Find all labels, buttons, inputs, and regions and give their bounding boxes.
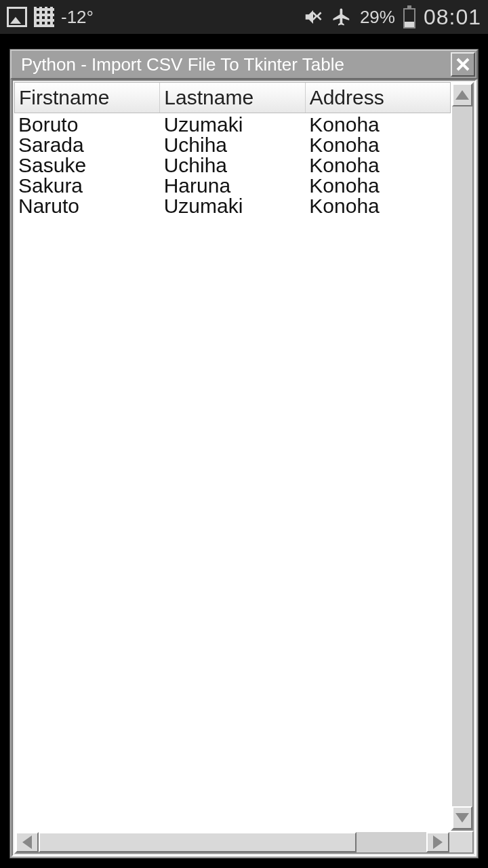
airplane-mode-icon (331, 7, 352, 27)
table-header-row: Firstname Lastname Address (14, 82, 451, 113)
window-titlebar[interactable]: Python - Import CSV File To Tkinter Tabl… (10, 50, 478, 79)
cell-lastname: Uchiha (160, 155, 306, 176)
table[interactable]: Firstname Lastname Address Boruto Uzumak… (14, 82, 451, 831)
chevron-right-icon (433, 835, 443, 849)
cell-firstname: Sarada (14, 135, 160, 155)
cell-address: Konoha (305, 155, 451, 176)
cell-address: Konoha (305, 135, 451, 155)
cell-address: Konoha (305, 115, 451, 135)
scrollbar-corner (449, 832, 472, 852)
clock-label: 08:01 (424, 5, 481, 30)
column-header-lastname[interactable]: Lastname (160, 83, 305, 113)
table-row[interactable]: Sasuke Uchiha Konoha (14, 155, 451, 176)
status-bar: -12° 29% 08:01 (0, 0, 488, 34)
cell-lastname: Haruna (160, 176, 306, 196)
battery-percent-label: 29% (360, 7, 395, 28)
horizontal-scrollbar[interactable] (14, 831, 474, 854)
scroll-right-button[interactable] (426, 832, 449, 852)
scrollbar-track[interactable] (39, 832, 426, 852)
scrollbar-thumb[interactable] (39, 832, 357, 852)
picture-icon (7, 7, 27, 27)
cell-lastname: Uchiha (160, 135, 306, 155)
vertical-scrollbar[interactable] (451, 82, 474, 831)
cell-firstname: Naruto (14, 196, 160, 216)
cell-firstname: Sasuke (14, 155, 160, 176)
close-button[interactable] (451, 52, 475, 77)
table-rows: Boruto Uzumaki Konoha Sarada Uchiha Kono… (14, 113, 451, 831)
close-icon (455, 56, 471, 73)
temperature-label: -12° (61, 7, 94, 28)
table-row[interactable]: Sakura Haruna Konoha (14, 176, 451, 196)
scroll-left-button[interactable] (16, 832, 39, 852)
battery-icon (403, 8, 415, 28)
chevron-down-icon (455, 813, 469, 823)
table-row[interactable]: Sarada Uchiha Konoha (14, 135, 451, 155)
cell-firstname: Sakura (14, 176, 160, 196)
scroll-down-button[interactable] (452, 806, 472, 829)
cell-address: Konoha (305, 176, 451, 196)
scroll-up-button[interactable] (452, 83, 472, 106)
column-header-address[interactable]: Address (306, 83, 450, 113)
table-row[interactable]: Naruto Uzumaki Konoha (14, 196, 451, 216)
scrollbar-track[interactable] (452, 106, 472, 806)
chevron-left-icon (22, 835, 32, 849)
table-row[interactable]: Boruto Uzumaki Konoha (14, 115, 451, 135)
mute-icon (303, 7, 323, 27)
chevron-up-icon (455, 90, 469, 100)
cell-address: Konoha (305, 196, 451, 216)
cell-lastname: Uzumaki (160, 115, 306, 135)
cell-firstname: Boruto (14, 115, 160, 135)
app-icon (34, 7, 54, 27)
app-window: Python - Import CSV File To Tkinter Tabl… (9, 49, 479, 859)
cell-lastname: Uzumaki (160, 196, 306, 216)
window-title: Python - Import CSV File To Tkinter Tabl… (21, 54, 451, 75)
column-header-firstname[interactable]: Firstname (15, 83, 160, 113)
